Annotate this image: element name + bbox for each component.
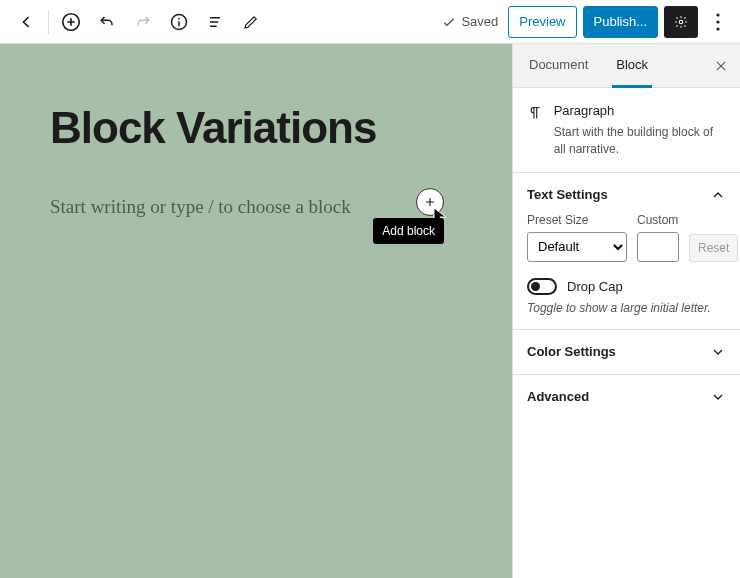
block-card: Paragraph Start with the building block … (513, 88, 740, 173)
outline-button[interactable] (197, 4, 233, 40)
close-icon (714, 59, 728, 73)
text-settings-heading: Text Settings (527, 187, 608, 202)
block-name: Paragraph (554, 102, 726, 120)
chevron-up-icon (710, 187, 726, 203)
publish-button[interactable]: Publish... (583, 6, 658, 38)
custom-size-label: Custom (637, 213, 679, 227)
tab-block[interactable]: Block (612, 44, 652, 88)
saved-label: Saved (461, 14, 498, 29)
paragraph-icon (527, 102, 544, 124)
paragraph-placeholder[interactable]: Start writing or type / to choose a bloc… (50, 196, 351, 218)
settings-button[interactable] (664, 6, 698, 38)
editor-canvas[interactable]: Block Variations Start writing or type /… (0, 44, 512, 578)
main-area: Block Variations Start writing or type /… (0, 44, 740, 578)
preset-size-label: Preset Size (527, 213, 627, 227)
undo-button[interactable] (89, 4, 125, 40)
svg-point-3 (679, 20, 683, 24)
info-icon (169, 12, 189, 32)
inline-inserter[interactable]: Add block (416, 188, 444, 216)
redo-icon (133, 12, 153, 32)
plus-circle-icon (416, 188, 444, 216)
tab-document[interactable]: Document (525, 44, 592, 88)
svg-point-2 (178, 17, 180, 19)
settings-sidebar: Document Block Paragraph Start with the … (512, 44, 740, 578)
preview-button[interactable]: Preview (508, 6, 576, 38)
close-panel-button[interactable] (714, 59, 728, 73)
preset-size-select[interactable]: Default (527, 232, 627, 262)
svg-point-5 (716, 20, 719, 23)
more-menu-button[interactable] (704, 6, 732, 38)
list-icon (205, 12, 225, 32)
kebab-icon (716, 13, 720, 31)
edit-button[interactable] (233, 4, 269, 40)
text-settings-toggle[interactable]: Text Settings (527, 187, 726, 203)
svg-point-4 (716, 13, 719, 16)
add-block-button[interactable] (53, 4, 89, 40)
undo-icon (97, 12, 117, 32)
advanced-heading: Advanced (527, 389, 589, 404)
reset-button[interactable]: Reset (689, 234, 738, 262)
back-button[interactable] (8, 4, 44, 40)
pencil-icon (242, 13, 260, 31)
chevron-down-icon (710, 389, 726, 405)
gear-icon (674, 13, 688, 31)
post-title[interactable]: Block Variations (50, 104, 462, 152)
dropcap-label: Drop Cap (567, 279, 623, 294)
add-block-tooltip: Add block (373, 218, 444, 244)
redo-button[interactable] (125, 4, 161, 40)
text-settings-panel: Text Settings Preset Size Default Custom… (513, 173, 740, 330)
svg-point-6 (716, 27, 719, 30)
color-settings-toggle[interactable]: Color Settings (513, 330, 740, 375)
info-button[interactable] (161, 4, 197, 40)
sidebar-tabs: Document Block (513, 44, 740, 88)
advanced-toggle[interactable]: Advanced (513, 375, 740, 419)
chevron-down-icon (710, 344, 726, 360)
chevron-left-icon (16, 12, 36, 32)
color-settings-heading: Color Settings (527, 344, 616, 359)
dropcap-hint: Toggle to show a large initial letter. (527, 301, 726, 315)
dropcap-toggle[interactable] (527, 278, 557, 295)
top-toolbar: Saved Preview Publish... (0, 0, 740, 44)
block-description: Start with the building block of all nar… (554, 125, 713, 156)
custom-size-input[interactable] (637, 232, 679, 262)
divider (48, 10, 49, 34)
check-icon (441, 14, 457, 30)
save-status: Saved (441, 14, 498, 30)
plus-circle-icon (60, 11, 82, 33)
